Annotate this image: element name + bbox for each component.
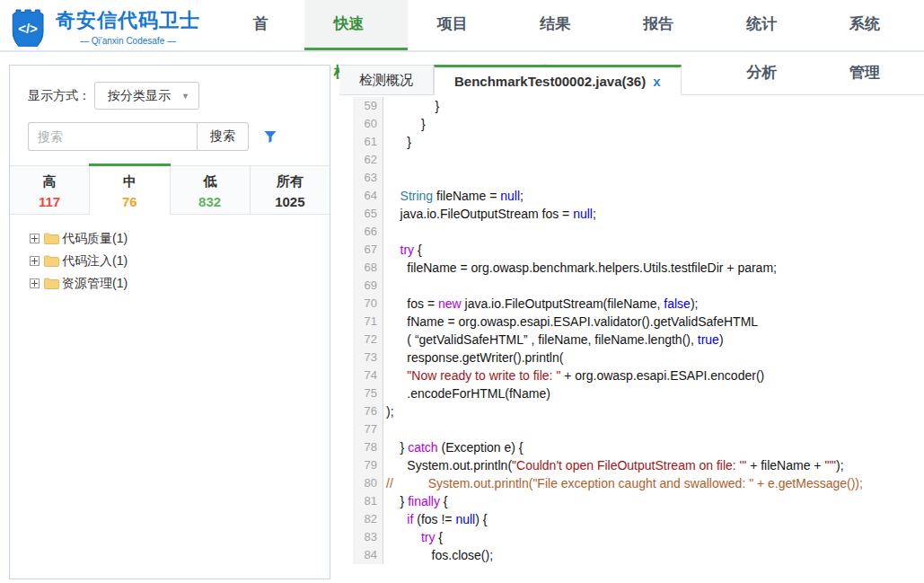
code-line-row: 60 } xyxy=(339,115,924,133)
code-line: } catch (Exception e) { xyxy=(383,438,524,456)
tab-source-file[interactable]: BenchmarkTest00002.java(36)x xyxy=(434,65,682,95)
nav-item-statistics[interactable]: 统计分析 xyxy=(717,0,821,50)
code-line-row: 83 try { xyxy=(339,528,924,546)
severity-count-medium: 76 xyxy=(90,194,169,209)
code-line: } finally { xyxy=(383,492,448,510)
code-line: System.out.println("Couldn't open FileOu… xyxy=(383,456,844,474)
line-number: 84 xyxy=(353,546,383,564)
line-number: 77 xyxy=(353,420,383,438)
display-mode-select[interactable]: 按分类显示 ▼ xyxy=(94,82,199,110)
line-number: 75 xyxy=(353,384,383,402)
code-rows: 59 }60 }61 }626364 String fileName = nul… xyxy=(339,97,924,564)
code-line: response.getWriter().println( xyxy=(383,349,563,367)
line-number: 65 xyxy=(353,205,383,223)
tree-item-code-quality[interactable]: 代码质量(1) xyxy=(30,227,128,250)
search-button[interactable]: 搜索 xyxy=(197,122,249,151)
folder-icon xyxy=(44,233,59,244)
code-line xyxy=(383,223,386,241)
code-line-row: 64 String fileName = null; xyxy=(339,187,924,205)
nav-item-system-mgmt[interactable]: 系统管理 xyxy=(821,0,924,50)
document-tabs: 检测概况 BenchmarkTest00002.java(36)x xyxy=(339,65,924,95)
folder-icon xyxy=(44,255,59,267)
code-line-row: 82 if (fos != null) { xyxy=(339,510,924,528)
line-number: 74 xyxy=(353,367,383,384)
expand-plus-icon[interactable] xyxy=(30,234,40,243)
code-viewer[interactable]: 59 }60 }61 }626364 String fileName = nul… xyxy=(339,95,924,583)
line-number: 81 xyxy=(353,492,383,510)
severity-tab-medium[interactable]: 中 76 xyxy=(90,166,170,215)
code-line: if (fos != null) { xyxy=(383,510,487,528)
code-line: } xyxy=(383,133,411,151)
display-mode-value: 按分类显示 xyxy=(108,88,171,104)
code-line-row: 84 fos.close(); xyxy=(339,546,924,564)
severity-tabs: 高 117 中 76 低 832 所有 1025 xyxy=(10,165,330,215)
shield-code-icon: </> xyxy=(7,5,48,47)
severity-tab-high[interactable]: 高 117 xyxy=(10,166,90,215)
nav-item-quick-scan[interactable]: 快速检测 xyxy=(304,0,408,50)
line-number: 66 xyxy=(353,223,383,241)
close-tab-icon[interactable]: x xyxy=(653,74,660,89)
code-line: fos = new java.io.FileOutputStream(fileN… xyxy=(383,295,698,313)
code-line-row: 67 try { xyxy=(339,241,924,259)
line-number: 82 xyxy=(353,510,383,528)
code-line-row: 66 xyxy=(339,223,924,241)
line-number: 63 xyxy=(353,169,383,187)
tree-item-code-injection[interactable]: 代码注入(1) xyxy=(30,250,128,272)
line-number: 70 xyxy=(353,295,383,313)
line-number: 64 xyxy=(353,187,383,205)
code-line: try { xyxy=(383,528,443,546)
app-header: </> 奇安信代码卫士 — Qi'anxin Codesafe — 首页 快速检… xyxy=(0,0,924,52)
line-number: 62 xyxy=(353,151,383,169)
tab-scan-overview[interactable]: 检测概况 xyxy=(339,65,434,95)
code-line-row: 62 xyxy=(339,151,924,169)
code-line: ); xyxy=(383,402,394,420)
line-number: 60 xyxy=(353,115,383,133)
nav-item-home[interactable]: 首页 xyxy=(224,0,304,50)
line-number: 69 xyxy=(353,277,383,295)
severity-count-low: 832 xyxy=(171,194,250,209)
nav-item-project-mgmt[interactable]: 项目管理 xyxy=(408,0,511,50)
code-line-row: 77 xyxy=(339,420,924,438)
code-line-row: 81 } finally { xyxy=(339,492,924,510)
nav-item-report-mgmt[interactable]: 报告管理 xyxy=(614,0,717,50)
tree-item-resource-mgmt[interactable]: 资源管理(1) xyxy=(30,272,128,295)
chevron-down-icon: ▼ xyxy=(181,92,189,101)
code-line xyxy=(383,277,386,295)
line-number: 80 xyxy=(353,474,383,492)
severity-tab-all[interactable]: 所有 1025 xyxy=(251,166,330,215)
code-line-row: 59 } xyxy=(339,97,924,115)
severity-tab-low[interactable]: 低 832 xyxy=(171,166,251,215)
code-line-row: 80// System.out.println("File exception … xyxy=(339,474,924,492)
code-line-row: 71 fName = org.owasp.esapi.ESAPI.validat… xyxy=(339,313,924,331)
code-line: fName = org.owasp.esapi.ESAPI.validator(… xyxy=(383,313,758,331)
expand-plus-icon[interactable] xyxy=(30,256,40,266)
severity-count-all: 1025 xyxy=(251,194,330,209)
line-number: 73 xyxy=(353,349,383,367)
code-line-row: 69 xyxy=(339,277,924,295)
line-number: 76 xyxy=(353,402,383,420)
main-pane: 检测概况 BenchmarkTest00002.java(36)x 59 }60… xyxy=(339,65,924,583)
search-input[interactable] xyxy=(28,122,197,151)
line-number: 78 xyxy=(353,438,383,456)
line-number: 67 xyxy=(353,241,383,259)
expand-plus-icon[interactable] xyxy=(30,278,40,288)
line-number: 68 xyxy=(353,259,383,277)
line-number: 83 xyxy=(353,528,383,546)
line-number: 61 xyxy=(353,133,383,151)
code-line xyxy=(383,420,386,438)
code-line: // System.out.println("File exception ca… xyxy=(383,474,863,492)
nav-item-result-merge[interactable]: 结果整合 xyxy=(511,0,614,50)
code-line-row: 78 } catch (Exception e) { xyxy=(339,438,924,456)
code-line-row: 73 response.getWriter().println( xyxy=(339,349,924,367)
filter-funnel-icon[interactable] xyxy=(261,128,279,146)
code-line xyxy=(383,169,386,187)
line-number: 59 xyxy=(353,97,383,115)
search-row: 搜索 xyxy=(28,122,279,151)
code-line-row: 72 ( “getValidSafeHTML” , fileName, file… xyxy=(339,331,924,349)
severity-count-high: 117 xyxy=(10,194,89,209)
display-mode-label: 显示方式： xyxy=(28,88,91,104)
code-line: fileName = org.owasp.benchmark.helpers.U… xyxy=(383,259,777,277)
code-line-row: 76); xyxy=(339,402,924,420)
code-line-row: 70 fos = new java.io.FileOutputStream(fi… xyxy=(339,295,924,313)
code-line: fos.close(); xyxy=(383,546,493,564)
